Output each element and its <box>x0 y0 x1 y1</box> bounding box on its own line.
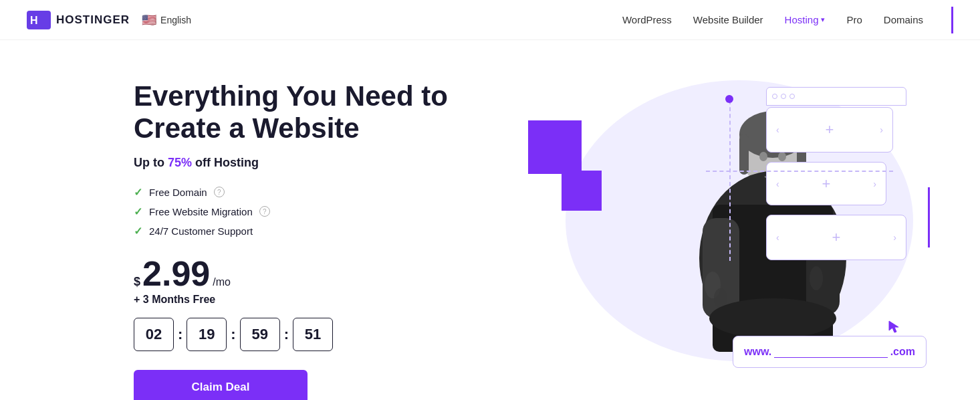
language-label: English <box>160 15 191 25</box>
nav-item-hosting[interactable]: Hosting ▾ <box>785 14 826 25</box>
svg-rect-4 <box>739 134 749 175</box>
ui-cards-group: ‹ + › ‹ + › ‹ + › <box>766 107 906 260</box>
header-right-border <box>951 7 953 33</box>
dashed-vertical-line <box>729 100 731 261</box>
check-icon-3: ✓ <box>134 225 142 237</box>
hosting-chevron-icon: ▾ <box>821 15 825 24</box>
price-amount: 2.99 <box>142 256 210 291</box>
browser-dot-1 <box>772 94 777 99</box>
countdown-hours: 02 <box>134 318 174 351</box>
countdown-minutes: 19 <box>187 318 227 351</box>
check-icon-2: ✓ <box>134 205 142 218</box>
svg-text:H: H <box>30 15 38 26</box>
countdown-sep-2: : <box>231 326 235 343</box>
price-dollar: $ <box>134 275 140 289</box>
svg-point-13 <box>810 266 823 290</box>
countdown-timer: 02 : 19 : 59 : 51 <box>134 318 508 351</box>
logo[interactable]: H HOSTINGER <box>27 11 130 29</box>
hero-illustration: ‹ + › ‹ + › ‹ + › www. .com <box>508 67 927 400</box>
countdown-sep-1: : <box>178 326 182 343</box>
card-arrow-left-3: ‹ <box>776 232 779 243</box>
purple-square-2 <box>562 171 602 211</box>
header-left: H HOSTINGER 🇺🇸 English <box>27 11 191 29</box>
language-selector[interactable]: 🇺🇸 English <box>142 13 191 27</box>
browser-bar <box>766 87 906 106</box>
hero-subheadline: Up to 75% off Hosting <box>134 156 508 170</box>
card-arrow-right-3: › <box>893 232 896 243</box>
card-arrow-right-2: › <box>873 179 876 189</box>
card-plus-2: + <box>822 175 831 193</box>
features-list: ✓ Free Domain ? ✓ Free Website Migration… <box>134 186 508 237</box>
card-plus-1: + <box>826 121 834 138</box>
browser-dot-3 <box>789 94 795 99</box>
logo-text: HOSTINGER <box>56 13 130 27</box>
browser-dot-2 <box>781 94 786 99</box>
main-content: Everything You Need to Create a Website … <box>0 40 980 400</box>
countdown-seconds: 59 <box>240 318 280 351</box>
purple-square-1 <box>528 120 582 174</box>
price-period: /mo <box>213 276 231 288</box>
main-nav: WordPress Website Builder Hosting ▾ Pro … <box>622 7 953 33</box>
header: H HOSTINGER 🇺🇸 English WordPress Website… <box>0 0 980 40</box>
hostinger-logo-icon: H <box>27 11 51 29</box>
feature-support: ✓ 24/7 Customer Support <box>134 225 508 237</box>
ui-card-bot: ‹ + › <box>766 215 906 260</box>
domain-com: .com <box>890 346 915 358</box>
card-arrow-right-1: › <box>880 124 883 135</box>
svg-point-14 <box>709 298 836 338</box>
claim-deal-button[interactable]: Claim Deal <box>134 370 308 400</box>
purple-accent-line <box>928 187 930 247</box>
purple-dot <box>725 95 733 103</box>
price-section: $ 2.99 /mo + 3 Months Free <box>134 256 508 306</box>
card-plus-3: + <box>832 229 841 246</box>
domain-underline <box>774 357 887 358</box>
hero-left: Everything You Need to Create a Website … <box>134 67 508 400</box>
domain-www: www. <box>744 346 771 358</box>
ui-card-top: ‹ + › <box>766 107 893 153</box>
ui-card-mid: ‹ + › <box>766 162 886 205</box>
nav-item-wordpress[interactable]: WordPress <box>622 14 672 25</box>
flag-icon: 🇺🇸 <box>142 13 156 27</box>
nav-item-domains[interactable]: Domains <box>884 14 923 25</box>
info-icon-domain[interactable]: ? <box>214 187 225 197</box>
nav-item-pro[interactable]: Pro <box>846 14 862 25</box>
cursor-icon <box>888 320 901 338</box>
bonus-text: + 3 Months Free <box>134 294 508 306</box>
countdown-ms: 51 <box>293 318 333 351</box>
card-arrow-left-2: ‹ <box>776 179 779 189</box>
hero-headline: Everything You Need to Create a Website <box>134 80 508 145</box>
countdown-sep-3: : <box>284 326 289 343</box>
feature-free-domain: ✓ Free Domain ? <box>134 186 508 199</box>
info-icon-migration[interactable]: ? <box>259 206 270 217</box>
domain-bar: www. .com <box>733 336 927 368</box>
price-row: $ 2.99 /mo <box>134 256 508 291</box>
feature-migration: ✓ Free Website Migration ? <box>134 205 508 218</box>
dashed-horizontal-line <box>706 171 893 172</box>
card-arrow-left-1: ‹ <box>776 124 779 135</box>
nav-item-website-builder[interactable]: Website Builder <box>693 14 763 25</box>
check-icon-1: ✓ <box>134 186 142 199</box>
